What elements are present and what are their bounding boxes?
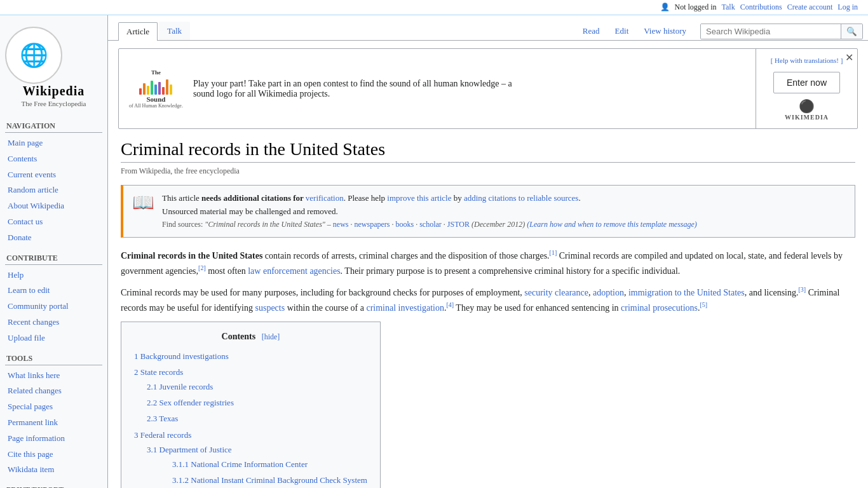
tools-section: Tools What links here Related changes Sp… — [5, 354, 102, 478]
banner-main: The Sound of Al — [119, 49, 756, 128]
sidebar-item-help[interactable]: Help — [5, 268, 102, 283]
sidebar-item-related-changes[interactable]: Related changes — [5, 383, 102, 399]
contents-title: Contents [hide] — [134, 330, 367, 344]
book-icon: 📖 — [132, 192, 154, 231]
contributions-link[interactable]: Contributions — [740, 3, 782, 12]
sidebar-item-main-page[interactable]: Main page — [5, 135, 102, 151]
sidebar-item-what-links-here[interactable]: What links here — [5, 368, 102, 384]
cite-2[interactable]: [2] — [198, 264, 206, 271]
cite-5[interactable]: [5] — [700, 301, 707, 308]
suspects-link[interactable]: suspects — [255, 303, 285, 313]
sidebar-item-contact-us[interactable]: Contact us — [5, 214, 102, 230]
close-icon[interactable]: ✕ — [845, 53, 853, 63]
article-paragraph-1: Criminal records in the United States co… — [121, 248, 855, 278]
banner-logo: The Sound of Al — [129, 69, 183, 109]
immigration-link[interactable]: immigration to the United States — [628, 288, 745, 297]
sidebar-item-recent-changes[interactable]: Recent changes — [5, 315, 102, 330]
wikimedia-label: WIKIMEDIA — [785, 114, 829, 121]
sidebar-item-about-wikipedia[interactable]: About Wikipedia — [5, 198, 102, 214]
books-link[interactable]: books — [396, 220, 414, 229]
criminal-investigation-link[interactable]: criminal investigation — [366, 303, 444, 313]
content-area: Article Talk Read Edit View history 🔍 Th… — [108, 15, 868, 488]
tab-read[interactable]: Read — [576, 22, 606, 40]
law-enforcement-link[interactable]: law enforcement agencies — [248, 266, 340, 275]
jstor-link[interactable]: JSTOR — [447, 220, 470, 229]
talk-link[interactable]: Talk — [722, 3, 735, 12]
find-sources: Find sources: "Criminal records in the U… — [162, 219, 697, 231]
news-link[interactable]: news — [333, 220, 349, 229]
contents-box: Contents [hide] 1 Background investigati… — [121, 322, 381, 488]
tools-title: Tools — [5, 354, 102, 365]
sidebar-item-special-pages[interactable]: Special pages — [5, 399, 102, 415]
print-section: Print/export Download as PDF Printable v… — [5, 485, 102, 488]
newspapers-link[interactable]: newspapers — [355, 220, 390, 229]
tabs-bar: Article Talk Read Edit View history 🔍 — [108, 15, 868, 41]
create-account-link[interactable]: Create account — [787, 3, 833, 12]
search-button[interactable]: 🔍 — [841, 24, 862, 39]
cite-4[interactable]: [4] — [446, 301, 454, 308]
sidebar-item-community-portal[interactable]: Community portal — [5, 299, 102, 315]
cite-3[interactable]: [3] — [798, 286, 806, 293]
sidebar-item-learn-to-edit[interactable]: Learn to edit — [5, 283, 102, 299]
navigation-section: Navigation Main page Contents Current ev… — [5, 121, 102, 246]
list-item: 2.3 Texas — [147, 411, 367, 427]
tab-article[interactable]: Article — [118, 22, 158, 41]
article-title: Criminal records in the United States — [121, 139, 855, 163]
security-clearance-link[interactable]: security clearance — [524, 288, 588, 297]
sidebar-item-page-information[interactable]: Page information — [5, 431, 102, 447]
sidebar-logo: 🌐 Wikipedia The Free Encyclopedia — [5, 20, 102, 114]
sidebar-item-wikidata-item[interactable]: Wikidata item — [5, 462, 102, 478]
list-item: 2.1 Juvenile records — [147, 379, 367, 395]
sidebar-item-contents[interactable]: Contents — [5, 151, 102, 167]
user-icon: 👤 — [660, 3, 670, 12]
criminal-prosecutions-link[interactable]: criminal prosecutions — [621, 303, 698, 313]
contents-list: 1 Background investigations 2 State reco… — [134, 349, 367, 488]
not-logged-in-text: Not logged in — [675, 3, 717, 12]
search-bar[interactable]: 🔍 — [700, 24, 863, 39]
contribute-section: Contribute Help Learn to edit Community … — [5, 254, 102, 346]
contents-hide-link[interactable]: [hide] — [262, 332, 280, 341]
sidebar-item-permanent-link[interactable]: Permanent link — [5, 415, 102, 431]
tabs-right: Read Edit View history 🔍 — [576, 22, 868, 40]
improve-article-link[interactable]: improve this article — [387, 193, 451, 203]
banner: The Sound of Al — [118, 48, 858, 129]
sidebar-item-donate[interactable]: Donate — [5, 230, 102, 246]
sidebar-item-cite-this-page[interactable]: Cite this page — [5, 447, 102, 463]
banner-right: [ Help with translations! ] Enter now ⚫ … — [756, 49, 857, 128]
header-top-bar: 👤 Not logged in Talk Contributions Creat… — [0, 0, 868, 15]
adoption-link[interactable]: adoption — [593, 288, 624, 297]
tab-talk[interactable]: Talk — [159, 22, 190, 40]
learn-how-link[interactable]: (Learn how and when to remove this templ… — [527, 220, 697, 229]
article-body: Criminal records in the United States co… — [121, 248, 855, 488]
list-item: 3.1.1 National Crime Information Center — [172, 457, 367, 473]
list-item: 3.1.2 National Instant Criminal Backgrou… — [172, 473, 367, 488]
tab-edit[interactable]: Edit — [609, 22, 635, 40]
navigation-title: Navigation — [5, 121, 102, 133]
tab-view-history[interactable]: View history — [637, 22, 693, 40]
logo-title: Wikipedia — [5, 84, 102, 98]
article-paragraph-2: Criminal records may be used for many pu… — [121, 285, 855, 315]
list-item: 2 State records 2.1 Juvenile records 2.2… — [134, 365, 367, 428]
citation-text: This article needs additional citations … — [162, 192, 697, 231]
list-item: 3.1 Department of Justice 3.1.1 National… — [147, 442, 367, 488]
list-item: 3 Federal records 3.1 Department of Just… — [134, 428, 367, 488]
citation-needed-box: 📖 This article needs additional citation… — [121, 185, 855, 238]
sidebar-item-random-article[interactable]: Random article — [5, 182, 102, 198]
list-item: 2.2 Sex offender registries — [147, 395, 367, 411]
contribute-title: Contribute — [5, 254, 102, 265]
wikipedia-logo: 🌐 — [5, 27, 62, 84]
scholar-link[interactable]: scholar — [419, 220, 442, 229]
sidebar-item-upload-file[interactable]: Upload file — [5, 330, 102, 346]
log-in-link[interactable]: Log in — [837, 3, 858, 12]
article-subtitle: From Wikipedia, the free encyclopedia — [121, 166, 855, 176]
verification-link[interactable]: verification — [306, 193, 344, 203]
enter-now-button[interactable]: Enter now — [773, 72, 840, 93]
adding-citations-link[interactable]: adding citations to reliable sources — [464, 193, 579, 203]
sidebar-item-current-events[interactable]: Current events — [5, 167, 102, 183]
search-input[interactable] — [701, 24, 841, 39]
cite-1[interactable]: [1] — [550, 249, 557, 256]
help-translations-link[interactable]: [ Help with translations! ] — [771, 57, 843, 64]
sidebar: 🌐 Wikipedia The Free Encyclopedia Naviga… — [0, 15, 108, 488]
print-title: Print/export — [5, 485, 102, 488]
article-content: Criminal records in the United States Fr… — [108, 134, 868, 488]
